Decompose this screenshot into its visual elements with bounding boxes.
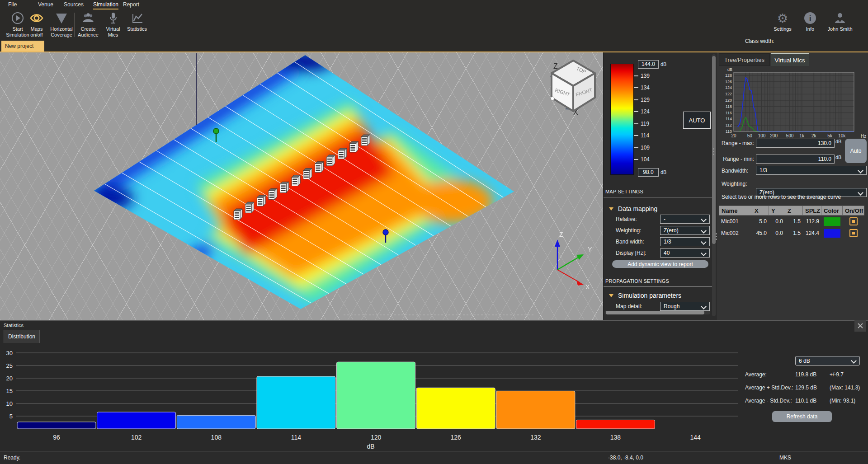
subwoofer[interactable] xyxy=(303,169,312,179)
project-tab[interactable]: New project xyxy=(1,41,44,52)
mic-table-row[interactable]: Mic00245.00.01.5124.4 xyxy=(719,227,864,239)
settings-label: Settings xyxy=(774,26,792,32)
data-mapping-2-dropdown[interactable]: 1/3 xyxy=(660,237,710,246)
menu-sources[interactable]: Sources xyxy=(64,1,84,8)
range-min-unit: dB xyxy=(835,155,841,160)
column-header-y[interactable]: Y xyxy=(769,206,785,216)
mic-cell: 5.0 xyxy=(752,216,769,227)
column-header-splz[interactable]: SPLZ xyxy=(803,206,821,216)
column-header-color[interactable]: Color xyxy=(821,206,843,216)
horizontal-coverage-button[interactable]: Horizontal Coverage xyxy=(49,11,74,38)
svg-text:102: 102 xyxy=(131,434,142,441)
subwoofer[interactable] xyxy=(326,155,335,166)
legend-max-input[interactable]: 144.0 xyxy=(638,60,659,69)
colorbar-tick xyxy=(634,99,638,100)
application-window: FileVenueSourcesSimulationReport Start S… xyxy=(0,0,868,464)
spl-colorbar xyxy=(610,64,634,175)
subwoofer[interactable] xyxy=(315,162,323,173)
data-mapping-1-dropdown[interactable]: Z(ero) xyxy=(660,226,710,235)
legend-min-input[interactable]: 98.0 xyxy=(638,168,659,177)
subwoofer[interactable] xyxy=(338,148,347,159)
svg-text:X: X xyxy=(585,283,590,291)
menu-venue[interactable]: Venue xyxy=(38,1,53,8)
navigation-cube[interactable]: Z X TOP RIGHT FRONT xyxy=(550,61,595,116)
bandwidth-dropdown[interactable]: 1/3 xyxy=(756,166,867,175)
svg-text:500: 500 xyxy=(786,133,794,138)
subwoofer[interactable] xyxy=(349,141,358,152)
stat-label: Average + Std.Dev.: xyxy=(745,384,793,391)
refresh-data-button[interactable]: Refresh data xyxy=(772,411,832,422)
data-mapping-3-dropdown[interactable]: 40 xyxy=(660,248,710,258)
subwoofer[interactable] xyxy=(257,195,265,206)
mic-cell: 0.0 xyxy=(769,227,785,239)
subwoofer[interactable] xyxy=(361,135,370,145)
statistics-button[interactable]: Statistics xyxy=(125,11,149,32)
column-header-on-off[interactable]: On/Off xyxy=(843,206,864,216)
range-max-input[interactable]: 130.0 xyxy=(756,139,835,148)
svg-text:1k: 1k xyxy=(799,133,805,138)
legend-auto-button[interactable]: AUTO xyxy=(683,112,711,129)
subwoofer[interactable] xyxy=(245,202,254,213)
mic-color-swatch[interactable] xyxy=(824,229,840,238)
maps-onoff-button[interactable]: Maps on/off xyxy=(26,11,47,38)
middle-panel-scrollbar[interactable] xyxy=(712,54,716,316)
mic-color-swatch[interactable] xyxy=(824,217,840,226)
mic-cell: 0.0 xyxy=(769,216,785,227)
histogram-bar-108[interactable] xyxy=(177,415,255,429)
info-button[interactable]: i Info xyxy=(797,11,824,32)
subwoofer[interactable] xyxy=(234,209,242,220)
colorbar-tick xyxy=(634,75,638,76)
data-mapping-0-dropdown[interactable]: - xyxy=(660,215,710,224)
add-dynamic-view-button[interactable]: Add dynamic view to report xyxy=(612,260,708,268)
mic-cell: 1.5 xyxy=(785,216,803,227)
collapse-triangle-icon xyxy=(609,207,613,211)
mic-table-row[interactable]: Mic0015.00.01.5112.9 xyxy=(719,216,864,227)
histogram-bar-132[interactable] xyxy=(496,391,575,429)
data-mapping-1-label: Weighting: xyxy=(616,227,660,234)
histogram-bar-120[interactable] xyxy=(337,362,415,429)
sim-param-0-dropdown[interactable]: Rough xyxy=(660,302,710,311)
settings-button[interactable]: ⚙ Settings xyxy=(769,11,796,32)
stat-extra: (Max: 141.3) xyxy=(830,384,860,391)
menu-simulation[interactable]: Simulation xyxy=(93,1,118,9)
column-header-x[interactable]: X xyxy=(752,206,769,216)
tab-virtual-mics[interactable]: Virtual Mics xyxy=(771,53,809,66)
menu-report[interactable]: Report xyxy=(123,1,139,8)
menu-file[interactable]: File xyxy=(8,1,17,8)
svg-text:138: 138 xyxy=(610,434,621,441)
histogram-bar-96[interactable] xyxy=(17,422,96,429)
histogram-bar-102[interactable] xyxy=(97,412,176,429)
virtual-mics-button[interactable]: Virtual Mics xyxy=(101,11,125,38)
svg-text:96: 96 xyxy=(53,434,60,441)
tab-tree-properties[interactable]: Tree/Properties xyxy=(719,53,770,66)
data-mapping-section[interactable]: Data mapping xyxy=(609,205,657,212)
range-min-input[interactable]: 110.0 xyxy=(756,155,835,164)
range-min-label: Range - min: xyxy=(718,156,754,162)
data-mapping-3-label: Display [Hz]: xyxy=(616,250,660,256)
column-header-name[interactable]: Name xyxy=(719,206,752,216)
viewport-3d[interactable]: Z X TOP RIGHT FRONT Z Y X xyxy=(0,52,603,320)
subwoofer[interactable] xyxy=(292,175,300,186)
histogram-bar-126[interactable] xyxy=(416,388,495,429)
colorbar-tick xyxy=(634,159,638,160)
subwoofer[interactable] xyxy=(269,188,277,199)
user-button[interactable]: John Smith xyxy=(824,11,856,32)
range-auto-button[interactable]: Auto xyxy=(845,139,867,163)
info-label: Info xyxy=(806,26,814,32)
mic-table-header: NameXYZSPLZColorOn/Off xyxy=(719,206,864,216)
histogram-bar-138[interactable] xyxy=(576,420,655,429)
mic-onoff-checkbox[interactable] xyxy=(849,229,858,237)
data-mapping-rows: Relative:-Weighting:Z(ero)Band width:1/3… xyxy=(616,215,711,260)
class-width-dropdown[interactable]: 6 dB xyxy=(795,356,860,366)
column-header-z[interactable]: Z xyxy=(785,206,803,216)
map-settings-hscrollbar[interactable] xyxy=(604,311,710,314)
subwoofer[interactable] xyxy=(280,182,289,192)
svg-text:Y: Y xyxy=(588,246,592,253)
histogram-bar-114[interactable] xyxy=(257,376,335,429)
simulation-parameters-section[interactable]: Simulation parameters xyxy=(609,292,681,299)
create-audience-button[interactable]: Create Audience xyxy=(76,11,100,38)
colorbar-tick-label: 134 xyxy=(641,84,650,91)
svg-text:Z: Z xyxy=(559,231,563,238)
mic-onoff-checkbox[interactable] xyxy=(849,217,858,225)
unit-system: MKS xyxy=(779,455,791,461)
